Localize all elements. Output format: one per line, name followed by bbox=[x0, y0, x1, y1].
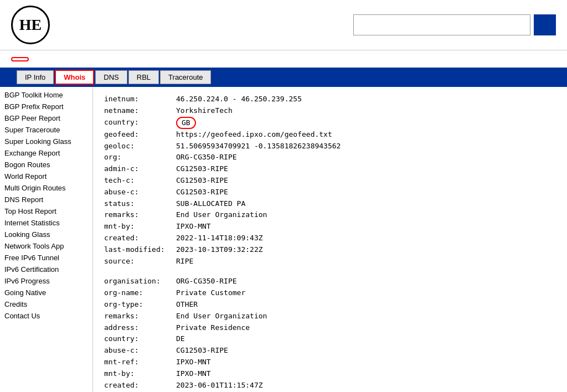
whois-key: inetnum: bbox=[104, 94, 176, 105]
whois-val: End User Organization bbox=[176, 209, 267, 221]
whois-key: last-modified: bbox=[104, 244, 176, 256]
whois-row: netname:YorkshireTech bbox=[104, 105, 556, 117]
whois-key: source: bbox=[104, 256, 176, 267]
whois-key: org: bbox=[104, 152, 176, 163]
tabs-container: IP InfoWhoisDNSRBLTraceroute bbox=[16, 70, 211, 85]
whois-val: CG12503-RIPE bbox=[176, 345, 228, 357]
tab-dns[interactable]: DNS bbox=[95, 70, 127, 84]
whois-row: admin-c:CG12503-RIPE bbox=[104, 163, 556, 175]
sidebar: BGP Toolkit HomeBGP Prefix ReportBGP Pee… bbox=[0, 87, 93, 392]
quick-links-label bbox=[4, 75, 16, 80]
search-input[interactable] bbox=[353, 14, 530, 35]
whois-key: remarks: bbox=[104, 311, 176, 322]
whois-val: YorkshireTech bbox=[176, 105, 233, 117]
sidebar-item-super-traceroute[interactable]: Super Traceroute bbox=[0, 124, 92, 136]
whois-val: Private Customer bbox=[176, 287, 245, 299]
sidebar-item-top-host-report[interactable]: Top Host Report bbox=[0, 205, 92, 217]
logo-icon: HE bbox=[11, 6, 50, 44]
whois-val: 51.50695934709921 -0.13581826238943562 bbox=[176, 141, 341, 152]
whois-val: End User Organization bbox=[176, 311, 267, 322]
whois-key: remarks: bbox=[104, 209, 176, 221]
whois-row: abuse-c:CG12503-RIPE bbox=[104, 187, 556, 198]
whois-row: mnt-by:IPXO-MNT bbox=[104, 368, 556, 380]
whois-val: IPXO-MNT bbox=[176, 357, 211, 368]
sidebar-item-looking-glass[interactable]: Looking Glass bbox=[0, 229, 92, 240]
whois-val: SUB-ALLOCATED PA bbox=[176, 198, 245, 210]
whois-row: last-modified:2023-10-13T09:32:22Z bbox=[104, 244, 556, 256]
whois-key: country: bbox=[104, 117, 176, 129]
sidebar-item-credits[interactable]: Credits bbox=[0, 298, 92, 310]
search-button[interactable] bbox=[534, 14, 556, 35]
whois-row: remarks:End User Organization bbox=[104, 209, 556, 221]
whois-key: address: bbox=[104, 322, 176, 334]
tab-ip-info[interactable]: IP Info bbox=[17, 70, 54, 84]
tab-rbl[interactable]: RBL bbox=[128, 70, 159, 84]
whois-key: org-name: bbox=[104, 287, 176, 299]
whois-section-1: organisation:ORG-CG350-RIPEorg-name:Priv… bbox=[104, 276, 556, 392]
whois-val: CG12503-RIPE bbox=[176, 187, 228, 198]
ip-address-badge bbox=[11, 57, 29, 61]
whois-row: created:2022-11-14T18:09:43Z bbox=[104, 233, 556, 244]
whois-row: country:DE bbox=[104, 333, 556, 345]
whois-row: mnt-by:IPXO-MNT bbox=[104, 221, 556, 233]
whois-row: org-type:OTHER bbox=[104, 299, 556, 311]
whois-val: CG12503-RIPE bbox=[176, 175, 228, 187]
sidebar-item-bogon-routes[interactable]: Bogon Routes bbox=[0, 159, 92, 171]
whois-key: org-type: bbox=[104, 299, 176, 311]
whois-val: GB bbox=[176, 117, 196, 129]
whois-key: status: bbox=[104, 198, 176, 210]
whois-key: tech-c: bbox=[104, 175, 176, 187]
whois-key: abuse-c: bbox=[104, 187, 176, 198]
whois-key: created: bbox=[104, 380, 176, 391]
sidebar-item-bgp-peer-report[interactable]: BGP Peer Report bbox=[0, 112, 92, 124]
page-header: HE bbox=[0, 0, 567, 50]
sidebar-item-going-native[interactable]: Going Native bbox=[0, 287, 92, 298]
whois-val: IPXO-MNT bbox=[176, 221, 211, 233]
sidebar-item-exchange-report[interactable]: Exchange Report bbox=[0, 147, 92, 159]
sidebar-item-bgp-prefix-report[interactable]: BGP Prefix Report bbox=[0, 101, 92, 112]
logo-area: HE bbox=[11, 6, 55, 44]
sidebar-item-ipv6-progress[interactable]: IPv6 Progress bbox=[0, 275, 92, 287]
search-area bbox=[353, 14, 556, 35]
whois-row: geofeed:https://geofeed.ipxo.com/geofeed… bbox=[104, 129, 556, 141]
whois-key: organisation: bbox=[104, 276, 176, 287]
whois-val: ORG-CG350-RIPE bbox=[176, 152, 237, 163]
whois-val: OTHER bbox=[176, 299, 198, 311]
whois-key: mnt-ref: bbox=[104, 357, 176, 368]
whois-val: https://geofeed.ipxo.com/geofeed.txt bbox=[176, 129, 332, 141]
whois-row: org:ORG-CG350-RIPE bbox=[104, 152, 556, 163]
whois-row: abuse-c:CG12503-RIPE bbox=[104, 345, 556, 357]
whois-val: Private Residence bbox=[176, 322, 250, 334]
whois-key: mnt-by: bbox=[104, 368, 176, 380]
sidebar-item-internet-statistics[interactable]: Internet Statistics bbox=[0, 217, 92, 229]
whois-section-0: inetnum:46.250.224.0 - 46.250.239.255net… bbox=[104, 94, 556, 267]
whois-val: DE bbox=[176, 333, 185, 345]
sidebar-item-contact-us[interactable]: Contact Us bbox=[0, 310, 92, 322]
whois-key: mnt-by: bbox=[104, 221, 176, 233]
whois-key: netname: bbox=[104, 105, 176, 117]
sidebar-item-bgp-toolkit-home[interactable]: BGP Toolkit Home bbox=[0, 89, 92, 101]
sidebar-item-dns-report[interactable]: DNS Report bbox=[0, 194, 92, 205]
whois-row: source:RIPE bbox=[104, 256, 556, 267]
sidebar-item-super-looking-glass[interactable]: Super Looking Glass bbox=[0, 136, 92, 147]
tab-traceroute[interactable]: Traceroute bbox=[160, 70, 211, 84]
whois-row: tech-c:CG12503-RIPE bbox=[104, 175, 556, 187]
whois-row: geoloc:51.50695934709921 -0.135818262389… bbox=[104, 141, 556, 152]
whois-val: ORG-CG350-RIPE bbox=[176, 276, 237, 287]
whois-key: created: bbox=[104, 233, 176, 244]
sidebar-item-network-tools-app[interactable]: Network Tools App bbox=[0, 240, 92, 252]
whois-val: 2023-10-13T09:32:22Z bbox=[176, 244, 263, 256]
whois-val: CG12503-RIPE bbox=[176, 163, 228, 175]
sidebar-item-ipv6-certification[interactable]: IPv6 Certification bbox=[0, 264, 92, 275]
whois-val: 46.250.224.0 - 46.250.239.255 bbox=[176, 94, 302, 105]
whois-row: organisation:ORG-CG350-RIPE bbox=[104, 276, 556, 287]
nav-bar: IP InfoWhoisDNSRBLTraceroute bbox=[0, 68, 567, 87]
sidebar-item-multi-origin-routes[interactable]: Multi Origin Routes bbox=[0, 182, 92, 194]
whois-val: RIPE bbox=[176, 256, 193, 267]
whois-row: remarks:End User Organization bbox=[104, 311, 556, 322]
tab-whois[interactable]: Whois bbox=[55, 70, 94, 85]
sidebar-item-free-ipv6-tunnel[interactable]: Free IPv6 Tunnel bbox=[0, 252, 92, 264]
whois-row: inetnum:46.250.224.0 - 46.250.239.255 bbox=[104, 94, 556, 105]
sidebar-item-world-report[interactable]: World Report bbox=[0, 171, 92, 182]
whois-key: geoloc: bbox=[104, 141, 176, 152]
